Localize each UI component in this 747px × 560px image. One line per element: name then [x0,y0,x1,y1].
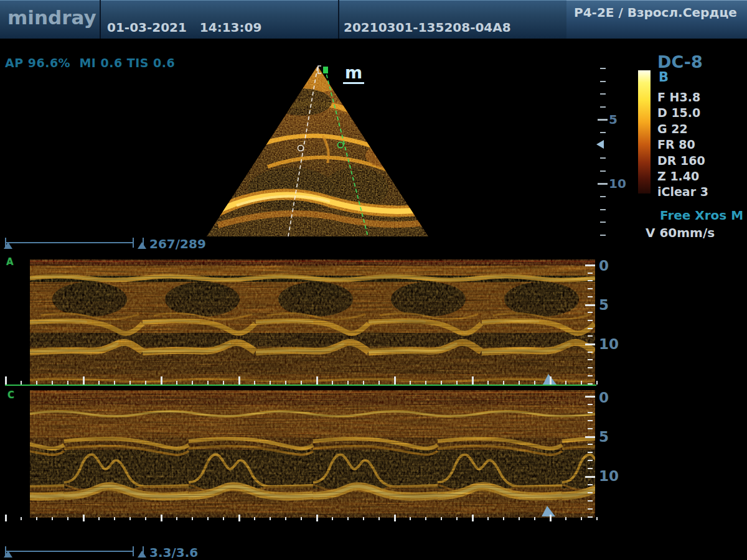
scrubber-end-tick [133,546,134,556]
depth-ruler-tick [600,222,606,223]
grayscale-colorbar [638,70,651,194]
depth-ruler-tick [600,170,606,172]
time-axis-tick [596,381,598,385]
exam-datetime: 01-03-2021 14:13:09 [107,20,261,35]
trace-c-position-marker-icon[interactable] [542,506,555,516]
trace-c-scale-0: 0 [599,390,609,406]
param-frequency: F H3.8 [657,90,708,105]
cine-time-scrubber[interactable]: 3.3/3.6 [5,545,204,559]
trace-c-label: C [7,390,14,401]
scrubber-position-handle-icon[interactable] [138,551,146,558]
header-divider [100,0,101,39]
imaging-params: F H3.8 D 15.0 G 22 FR 80 DR 160 Z 1.40 i… [657,90,708,200]
depth-ruler-tick [600,81,606,82]
depth-ruler-tick [600,93,606,95]
probe-preset-tab[interactable]: P4-2E / Взросл.Сердце [566,0,747,39]
time-axis-tick [596,517,598,520]
trace-a-scale-10: 10 [599,336,619,352]
time-axis-tick [5,515,7,521]
time-counter: 3.3/3.6 [149,545,198,560]
m-mode-trace-c [30,390,595,518]
param-iclear: iClear 3 [657,184,708,200]
exam-id: 20210301-135208-04A8 [344,20,511,35]
cine-frame-scrubber[interactable]: 267/289 [5,236,204,250]
system-model-label: DC-8 [657,52,703,72]
depth-ruler-tick [598,183,608,185]
time-axis-tick [21,517,22,520]
mmode-mode-label: Free Xros M [660,208,743,223]
focus-marker-icon[interactable] [596,140,604,149]
trace-a-scale-5: 5 [599,297,609,313]
m-mode-trace-a [30,259,595,385]
param-gain: G 22 [657,121,708,137]
depth-ruler-tick [600,235,606,236]
time-axis-origin-tick [5,379,6,385]
scrubber-track[interactable] [6,551,134,552]
depth-label-10: 10 [609,176,626,191]
scrubber-end-tick [133,238,134,248]
active-m-cursor-label[interactable]: m [343,63,364,84]
mindray-logo: mindray [7,6,96,29]
trace-a-position-marker-icon[interactable] [543,374,557,385]
header-bar: mindray 01-03-2021 14:13:09 20210301-135… [0,0,747,40]
trace-c-scale-10: 10 [599,468,619,484]
depth-ruler-tick [600,209,606,210]
trace-a-label: A [6,256,14,268]
scrubber-position-handle-icon[interactable] [138,242,146,249]
depth-ruler-tick [598,119,608,121]
sweep-speed-label: V 60mm/s [646,225,715,240]
ultrasound-screen: mindray 01-03-2021 14:13:09 20210301-135… [0,0,747,560]
scrubber-track[interactable] [6,242,134,243]
depth-ruler-tick [600,68,606,69]
header-divider [338,0,339,39]
depth-label-5: 5 [609,112,618,127]
param-zoom: Z 1.40 [657,169,708,184]
param-depth: D 15.0 [657,105,708,121]
param-frame-rate: FR 80 [657,137,708,152]
frame-counter: 267/289 [149,236,206,251]
depth-ruler-tick [600,106,606,108]
depth-ruler-tick [600,157,606,159]
acoustic-output-readout: AP 96.6% MI 0.6 TIS 0.6 [5,56,175,70]
depth-ruler-tick [600,196,606,197]
b-mode-image [199,62,436,240]
cursor-start-marker [323,67,328,73]
mode-b-label: B [659,70,669,85]
depth-ruler-tick [600,132,606,133]
param-dynamic-range: DR 160 [657,153,708,169]
probe-preset-label: P4-2E / Взросл.Сердце [574,5,737,20]
trace-c-scale-5: 5 [599,429,609,445]
time-axis [5,385,596,386]
trace-a-scale-0: 0 [599,258,609,274]
